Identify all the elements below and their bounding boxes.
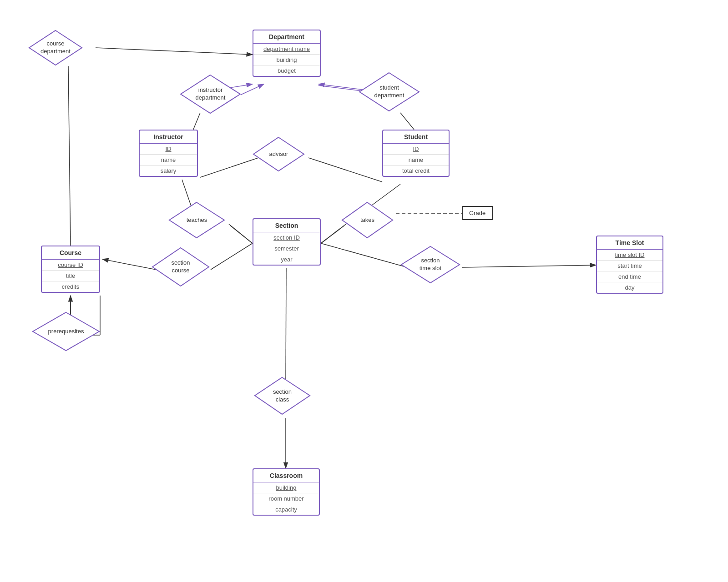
timeslot-attr-end: end time — [597, 271, 662, 282]
instructor-attr-salary: salary — [140, 166, 197, 176]
diamond-takes-label: takes — [360, 216, 374, 224]
course-attr-pk: course ID — [42, 260, 99, 271]
diamond-student-dept-label: studentdepartment — [374, 84, 404, 100]
diamond-advisor: advisor — [253, 136, 305, 172]
timeslot-attr-pk: time slot ID — [597, 250, 662, 261]
entity-section: Section section ID semester year — [253, 218, 321, 266]
classroom-attr-room: room number — [253, 493, 319, 504]
diamond-section-class-label: sectionclass — [273, 388, 292, 404]
diamond-takes: takes — [341, 201, 394, 239]
grade-label: Grade — [469, 210, 485, 216]
department-attr-building: building — [253, 55, 320, 65]
simple-box-grade: Grade — [462, 206, 493, 220]
course-attr-credits: credits — [42, 281, 99, 292]
timeslot-title: Time Slot — [597, 236, 662, 250]
section-title: Section — [253, 219, 320, 232]
svg-line-2 — [241, 84, 264, 95]
section-attr-pk: section ID — [253, 232, 320, 243]
course-title: Course — [42, 246, 99, 260]
student-attr-credit: total credit — [383, 166, 449, 176]
diamond-instructor-dept: instructordepartment — [180, 74, 241, 114]
diamond-course-dept: coursedepartment — [28, 30, 83, 66]
diamond-section-timeslot: sectiontime slot — [400, 246, 460, 284]
section-attr-year: year — [253, 254, 320, 265]
diamond-section-timeslot-label: sectiontime slot — [420, 257, 441, 272]
instructor-attr-name: name — [140, 155, 197, 166]
svg-line-11 — [229, 224, 253, 243]
course-attr-title: title — [42, 271, 99, 281]
classroom-attr-capacity: capacity — [253, 504, 319, 515]
svg-line-18 — [102, 259, 156, 270]
entity-classroom: Classroom building room number capacity — [253, 468, 320, 516]
svg-line-8 — [200, 158, 258, 177]
er-diagram: Department department name building budg… — [0, 0, 728, 582]
student-title: Student — [383, 130, 449, 144]
entity-timeslot: Time Slot time slot ID start time end ti… — [596, 236, 663, 294]
diamond-section-course-label: sectioncourse — [171, 259, 190, 275]
entity-course: Course course ID title credits — [41, 246, 100, 293]
student-attr-name: name — [383, 155, 449, 166]
svg-line-12 — [230, 226, 254, 245]
section-attr-semester: semester — [253, 243, 320, 254]
diamond-teaches-label: teaches — [187, 216, 207, 224]
department-attr-pk: department name — [253, 44, 320, 55]
classroom-attr-pk: building — [253, 482, 319, 493]
timeslot-attr-day: day — [597, 282, 662, 293]
svg-line-1 — [68, 66, 71, 246]
instructor-title: Instructor — [140, 130, 197, 144]
diamond-prereq: prerequesites — [32, 311, 100, 351]
svg-line-9 — [308, 158, 382, 182]
svg-line-7 — [400, 113, 414, 130]
entity-department: Department department name building budg… — [253, 30, 321, 77]
diamond-student-dept: studentdepartment — [359, 72, 420, 112]
timeslot-attr-start: start time — [597, 261, 662, 271]
department-attr-budget: budget — [253, 65, 320, 76]
entity-instructor: Instructor ID name salary — [139, 130, 198, 177]
diamond-section-course: sectioncourse — [152, 247, 210, 287]
instructor-attr-pk: ID — [140, 144, 197, 155]
department-title: Department — [253, 30, 320, 44]
svg-line-17 — [211, 243, 253, 270]
diamond-instructor-dept-label: instructordepartment — [196, 86, 226, 102]
diamond-advisor-label: advisor — [269, 151, 288, 158]
svg-line-0 — [96, 48, 253, 55]
svg-line-19 — [321, 243, 407, 267]
svg-line-21 — [286, 268, 286, 381]
diamond-course-dept-label: coursedepartment — [40, 40, 71, 55]
diamond-teaches: teaches — [168, 201, 225, 239]
svg-line-15 — [319, 226, 344, 245]
classroom-title: Classroom — [253, 469, 319, 482]
diamond-prereq-label: prerequesites — [48, 328, 84, 336]
student-attr-pk: ID — [383, 144, 449, 155]
entity-student: Student ID name total credit — [382, 130, 450, 177]
diamond-section-class: sectionclass — [254, 376, 311, 415]
svg-line-20 — [462, 265, 596, 267]
